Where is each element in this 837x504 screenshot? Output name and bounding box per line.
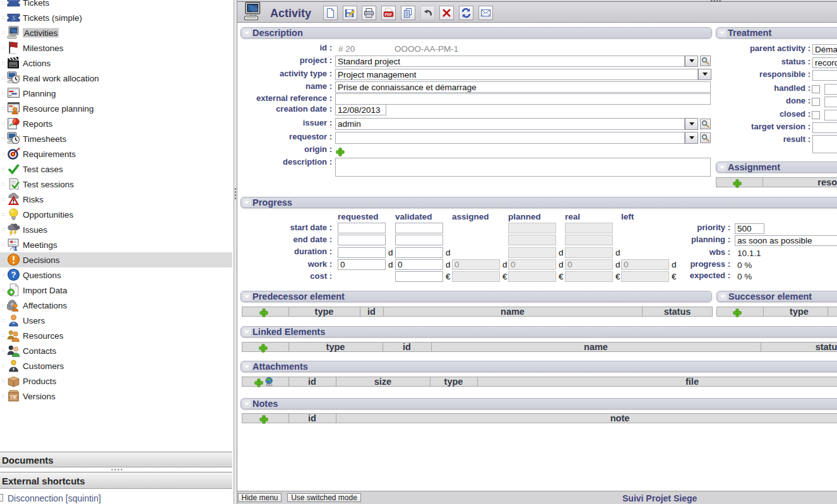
svg-text:?: ? [11,270,16,279]
svg-text:PDF: PDF [385,13,393,16]
svg-text:S: S [12,15,16,21]
svg-text:V1.0: V1.0 [9,396,18,400]
